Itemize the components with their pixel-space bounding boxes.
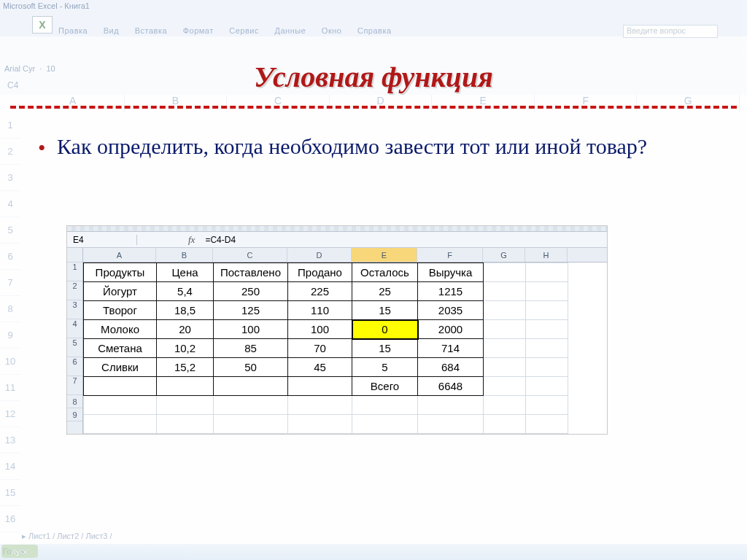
- cell[interactable]: 10,2: [157, 339, 214, 358]
- cell[interactable]: [157, 377, 214, 396]
- table-total-row: Всего 6648: [84, 377, 568, 396]
- cell[interactable]: 15: [352, 301, 418, 320]
- cell[interactable]: 20: [157, 320, 214, 339]
- cell[interactable]: 45: [288, 358, 352, 377]
- cell[interactable]: [288, 377, 352, 396]
- empty-cell[interactable]: [214, 415, 288, 434]
- empty-cell[interactable]: [288, 415, 352, 434]
- header-cell[interactable]: Осталось: [352, 263, 418, 282]
- empty-cell[interactable]: [484, 301, 526, 320]
- cell[interactable]: 250: [214, 282, 288, 301]
- empty-cell[interactable]: [288, 396, 352, 415]
- row-header[interactable]: 2: [67, 281, 82, 300]
- cell[interactable]: 18,5: [157, 301, 214, 320]
- col-header[interactable]: H: [525, 248, 568, 262]
- empty-cell[interactable]: [352, 415, 418, 434]
- empty-cell[interactable]: [526, 358, 568, 377]
- row-header[interactable]: 8: [67, 395, 82, 408]
- active-cell[interactable]: 0: [352, 320, 418, 339]
- empty-cell[interactable]: [526, 396, 568, 415]
- col-header[interactable]: B: [156, 248, 213, 262]
- cell[interactable]: 15: [352, 339, 418, 358]
- cell[interactable]: 70: [288, 339, 352, 358]
- cell[interactable]: 2035: [418, 301, 484, 320]
- col-header[interactable]: F: [417, 248, 483, 262]
- header-cell[interactable]: Выручка: [418, 263, 484, 282]
- row-header[interactable]: 1: [67, 262, 82, 281]
- cell[interactable]: 110: [288, 301, 352, 320]
- empty-cell[interactable]: [526, 282, 568, 301]
- cell[interactable]: 85: [214, 339, 288, 358]
- cell[interactable]: 714: [418, 339, 484, 358]
- cell[interactable]: Сметана: [84, 339, 157, 358]
- col-header[interactable]: G: [483, 248, 525, 262]
- cell[interactable]: Сливки: [84, 358, 157, 377]
- name-box[interactable]: E4: [67, 235, 137, 245]
- cell[interactable]: 100: [288, 320, 352, 339]
- table-row: Йогурт 5,4 250 225 25 1215: [84, 282, 568, 301]
- table-row: [84, 415, 568, 434]
- col-header[interactable]: A: [83, 248, 156, 262]
- cell[interactable]: Йогурт: [84, 282, 157, 301]
- cell[interactable]: 50: [214, 358, 288, 377]
- empty-cell[interactable]: [418, 415, 484, 434]
- header-cell[interactable]: Продукты: [84, 263, 157, 282]
- cell[interactable]: 5,4: [157, 282, 214, 301]
- row-header[interactable]: 7: [67, 376, 82, 395]
- cell[interactable]: 2000: [418, 320, 484, 339]
- col-header[interactable]: D: [287, 248, 352, 262]
- header-cell[interactable]: Продано: [288, 263, 352, 282]
- empty-cell[interactable]: [484, 320, 526, 339]
- table-row: Сметана 10,2 85 70 15 714: [84, 339, 568, 358]
- slide-title: Условная функция: [0, 60, 747, 94]
- formula-input[interactable]: =C4-D4: [202, 235, 236, 245]
- empty-cell[interactable]: [84, 415, 157, 434]
- fx-icon[interactable]: fx: [181, 234, 202, 246]
- empty-cell[interactable]: [418, 396, 484, 415]
- empty-cell[interactable]: [526, 301, 568, 320]
- col-header[interactable]: C: [213, 248, 287, 262]
- cell[interactable]: Молоко: [84, 320, 157, 339]
- cell[interactable]: 225: [288, 282, 352, 301]
- cell[interactable]: 25: [352, 282, 418, 301]
- row-header[interactable]: 3: [67, 300, 82, 319]
- cell[interactable]: [214, 377, 288, 396]
- cell[interactable]: 125: [214, 301, 288, 320]
- cell[interactable]: [84, 377, 157, 396]
- row-header[interactable]: 5: [67, 338, 82, 357]
- empty-cell[interactable]: [484, 415, 526, 434]
- empty-cell[interactable]: [526, 415, 568, 434]
- row-header[interactable]: 9: [67, 408, 82, 421]
- empty-cell[interactable]: [526, 377, 568, 396]
- empty-cell[interactable]: [157, 396, 214, 415]
- row-header[interactable]: 4: [67, 319, 82, 338]
- table-header-row: Продукты Цена Поставлено Продано Осталос…: [84, 263, 568, 282]
- header-cell[interactable]: Цена: [157, 263, 214, 282]
- cell[interactable]: 15,2: [157, 358, 214, 377]
- empty-cell[interactable]: [484, 339, 526, 358]
- cell[interactable]: 684: [418, 358, 484, 377]
- empty-cell[interactable]: [484, 263, 526, 282]
- total-value-cell[interactable]: 6648: [418, 377, 484, 396]
- empty-cell[interactable]: [214, 396, 288, 415]
- col-header-active[interactable]: E: [352, 248, 417, 262]
- row-header[interactable]: 6: [67, 357, 82, 376]
- header-cell[interactable]: Поставлено: [214, 263, 288, 282]
- empty-cell[interactable]: [484, 377, 526, 396]
- total-label-cell[interactable]: Всего: [352, 377, 418, 396]
- cell[interactable]: Творог: [84, 301, 157, 320]
- empty-cell[interactable]: [157, 415, 214, 434]
- empty-cell[interactable]: [84, 396, 157, 415]
- empty-cell[interactable]: [526, 263, 568, 282]
- empty-cell[interactable]: [526, 320, 568, 339]
- bullet-text: Как определить, когда необходимо завести…: [57, 134, 718, 159]
- empty-cell[interactable]: [484, 358, 526, 377]
- cell[interactable]: 100: [214, 320, 288, 339]
- empty-cell[interactable]: [352, 396, 418, 415]
- empty-cell[interactable]: [484, 282, 526, 301]
- empty-cell[interactable]: [484, 396, 526, 415]
- cell[interactable]: 5: [352, 358, 418, 377]
- empty-cell[interactable]: [526, 339, 568, 358]
- cell[interactable]: 1215: [418, 282, 484, 301]
- select-all-corner[interactable]: [67, 248, 82, 262]
